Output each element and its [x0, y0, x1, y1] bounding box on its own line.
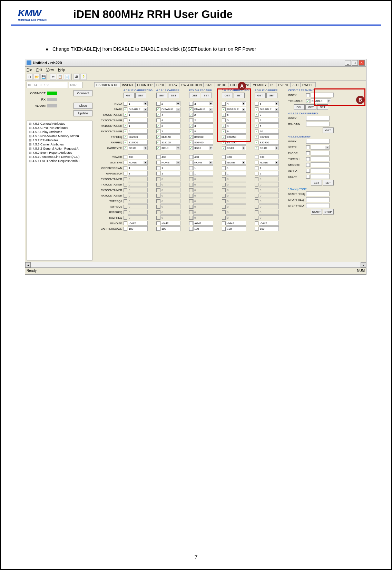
get-button[interactable]: GET [124, 93, 135, 98]
checkbox[interactable] [255, 194, 258, 198]
input-field[interactable] [311, 93, 334, 97]
input-field[interactable]: 819150 [160, 140, 180, 145]
scroll-right-icon[interactable]: ▸ [361, 262, 366, 268]
select-field[interactable]: 2 [160, 101, 180, 106]
checkbox[interactable]: ✓ [255, 135, 258, 139]
minimize-button[interactable]: _ [345, 60, 351, 66]
attribute-tree[interactable]: 4.5.3 General Attributes 4.5.4 CPRI Port… [27, 121, 92, 260]
set-button[interactable]: SET [135, 93, 146, 98]
tab-ald[interactable]: ALD [290, 82, 301, 87]
input-field[interactable]: 100 [226, 226, 246, 231]
checkbox[interactable] [189, 227, 193, 231]
checkbox[interactable] [189, 102, 193, 106]
input-field[interactable]: 1 [226, 171, 246, 176]
checkbox[interactable] [124, 227, 127, 231]
checkbox[interactable] [156, 199, 160, 203]
input-field[interactable]: 864150 [160, 134, 180, 139]
checkbox[interactable] [222, 199, 226, 203]
input-field[interactable]: 430 [160, 154, 180, 159]
checkbox[interactable] [156, 194, 160, 198]
checkbox[interactable] [222, 205, 226, 209]
tab-optic[interactable]: OPTIC [215, 82, 228, 87]
input-field[interactable]: 2 [160, 123, 180, 128]
input-field[interactable]: 100 [193, 226, 213, 231]
input-field[interactable]: 821650 [226, 140, 246, 145]
checkbox[interactable]: ✓ [189, 113, 193, 117]
checkbox[interactable] [124, 216, 127, 220]
input-field[interactable]: 1 [128, 118, 148, 123]
checkbox[interactable]: ✓ [156, 113, 160, 117]
checkbox[interactable]: ✓ [222, 124, 226, 128]
checkbox[interactable]: ✓ [255, 141, 258, 144]
input-field[interactable]: -6442 [193, 221, 213, 226]
get-button[interactable]: GET [323, 127, 334, 133]
checkbox[interactable] [156, 118, 160, 122]
input-field[interactable]: 822900 [259, 140, 279, 145]
menu-help[interactable]: Help [58, 68, 65, 72]
checkbox[interactable] [156, 205, 160, 209]
checkbox[interactable] [255, 166, 258, 170]
tree-item[interactable]: 4.5.6 Non-Volatile Memory Attribu [28, 134, 91, 138]
tree-item[interactable]: 4.5.5 Delay Attributes [28, 130, 91, 134]
input-field[interactable]: 866650 [226, 134, 246, 139]
get-button[interactable]: GET [222, 93, 233, 98]
checkbox[interactable] [189, 221, 193, 225]
checkbox[interactable] [189, 194, 193, 198]
select-field[interactable]: NONE [160, 160, 180, 165]
input-field[interactable] [311, 174, 330, 179]
checkbox[interactable] [306, 93, 310, 97]
select-field[interactable]: 3G1X [193, 145, 213, 150]
checkbox[interactable] [255, 199, 258, 203]
checkbox[interactable] [222, 188, 226, 192]
checkbox[interactable] [255, 210, 258, 214]
checkbox[interactable] [156, 161, 160, 164]
tab-event[interactable]: EVENT [276, 82, 291, 87]
input-field[interactable] [311, 156, 330, 161]
del-button[interactable]: DEL [294, 104, 305, 110]
input-field[interactable] [306, 191, 330, 196]
copy-icon[interactable]: 📋 [57, 74, 63, 80]
input-field[interactable]: 3 [259, 118, 279, 123]
checkbox[interactable] [156, 188, 160, 192]
checkbox[interactable] [189, 205, 193, 209]
checkbox[interactable] [222, 177, 226, 181]
horizontal-scrollbar[interactable]: ◂ ▸ [25, 262, 366, 267]
checkbox[interactable] [222, 227, 226, 231]
get-button[interactable]: GET [156, 93, 167, 98]
input-field[interactable]: 1 [128, 112, 148, 117]
checkbox[interactable] [124, 183, 127, 187]
checkbox[interactable]: ✓ [124, 141, 127, 144]
checkbox[interactable]: ✓ [255, 124, 258, 128]
checkbox[interactable] [189, 161, 193, 164]
input-field[interactable]: 5 [259, 123, 279, 128]
input-field[interactable]: 4 [160, 112, 180, 117]
update-button[interactable]: Update [74, 110, 92, 116]
checkbox[interactable]: ✓ [189, 124, 193, 128]
checkbox[interactable]: ✓ [255, 130, 258, 133]
input-field[interactable]: 862900 [128, 134, 148, 139]
checkbox[interactable] [124, 205, 127, 209]
input-field[interactable]: 4 [160, 118, 180, 123]
txenable-select[interactable]: ENABLE [311, 98, 331, 103]
input-field[interactable]: 5 [226, 112, 246, 117]
checkbox[interactable] [156, 155, 160, 159]
close-conn-button[interactable]: Close [74, 103, 92, 109]
input-field[interactable]: 1 [259, 165, 279, 170]
tab-cpri[interactable]: CPRI [154, 82, 166, 87]
checkbox[interactable] [189, 183, 193, 187]
get-button[interactable]: GET [305, 104, 316, 110]
checkbox[interactable] [124, 161, 127, 164]
ip-input[interactable]: 10 . 14 . 0 . 133 [27, 82, 68, 88]
tab-carrier-rf[interactable]: CARRIER & RF [94, 82, 120, 87]
checkbox[interactable] [124, 166, 127, 170]
input-field[interactable]: 8 [193, 129, 213, 134]
checkbox[interactable] [189, 172, 193, 175]
input-field[interactable]: 1 [128, 123, 148, 128]
set-button[interactable]: SET [266, 93, 277, 98]
checkbox[interactable] [306, 163, 310, 167]
input-field[interactable] [311, 151, 330, 155]
save-icon[interactable]: 💾 [40, 74, 47, 80]
checkbox[interactable] [222, 183, 226, 187]
select-field[interactable]: ENABLE [193, 107, 213, 112]
checkbox[interactable] [124, 210, 127, 214]
